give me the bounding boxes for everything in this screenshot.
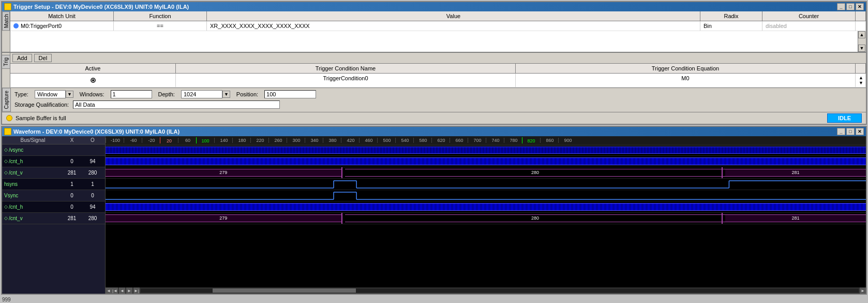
signal-o-hsyns: 1 bbox=[82, 181, 103, 187]
capture-tab[interactable]: Capture bbox=[2, 88, 11, 112]
maximize-button[interactable]: □ bbox=[846, 3, 855, 10]
nav-prev-button[interactable]: ◄ bbox=[119, 287, 125, 294]
scroll-right-button[interactable]: ► bbox=[860, 287, 866, 294]
trig-header-active: Active bbox=[10, 64, 176, 73]
bottom-status-text: 999 bbox=[2, 297, 11, 302]
trig-tab[interactable]: Trig bbox=[2, 55, 10, 69]
list-item[interactable]: hsyns 1 1 bbox=[2, 179, 105, 190]
trigger-body: Match Match Unit Function Value Radix Co… bbox=[2, 11, 866, 52]
match-tab[interactable]: Match bbox=[2, 11, 10, 31]
capture-top-row: Type: Window ▼ Windows: Depth: 1024 ▼ Po… bbox=[14, 90, 862, 98]
cell-radix: Bin bbox=[700, 21, 762, 31]
scroll-left-button[interactable]: ◄ bbox=[106, 287, 112, 294]
cnt-v2-val3: 281 bbox=[792, 215, 800, 221]
type-dropdown-arrow[interactable]: ▼ bbox=[66, 91, 73, 98]
waveform-minimize-button[interactable]: _ bbox=[837, 128, 845, 135]
ruler-tick-100: 100 bbox=[196, 137, 214, 143]
trig-table-row[interactable]: TriggerCondition0 M0 ▲ ▼ bbox=[10, 74, 866, 88]
position-input[interactable] bbox=[264, 90, 316, 98]
windows-label: Windows: bbox=[80, 91, 104, 97]
ruler-tick: -100 bbox=[106, 138, 124, 143]
waveform-scrollbar[interactable]: ◄ |◄ ◄ ► ►| ► bbox=[106, 287, 866, 294]
cnt-v2-transition2 bbox=[722, 213, 723, 224]
trig-header-scroll bbox=[856, 64, 866, 73]
ruler-tick: -60 bbox=[124, 138, 142, 143]
signal-label: hsyns bbox=[4, 181, 18, 187]
match-tab-strip: Match bbox=[2, 11, 10, 52]
trig-cell-name: TriggerCondition0 bbox=[176, 74, 516, 87]
trig-scroll-down[interactable]: ▼ bbox=[859, 80, 862, 85]
waveform-cnt-v-seg2: 280 bbox=[345, 169, 725, 177]
waveform-signals: 279 280 281 bbox=[106, 146, 866, 287]
col-x: X bbox=[62, 137, 82, 143]
waveform-maximize-button[interactable]: □ bbox=[846, 128, 855, 135]
ruler-tick: 900 bbox=[558, 138, 576, 143]
ruler-tick: 660 bbox=[450, 138, 468, 143]
idle-button[interactable]: IDLE bbox=[827, 113, 862, 123]
cnt-v2-val2: 280 bbox=[531, 215, 539, 221]
signal-o-cnt-v2: 280 bbox=[82, 215, 103, 221]
del-button[interactable]: Del bbox=[34, 54, 52, 62]
scrollbar-track[interactable] bbox=[141, 288, 859, 293]
waveform-cnt-v2-seg3: 281 bbox=[725, 214, 866, 222]
trig-scroll-up[interactable]: ▲ bbox=[859, 75, 862, 80]
depth-select[interactable]: 1024 ▼ bbox=[181, 90, 230, 98]
waveform-bus-vsync bbox=[106, 147, 866, 154]
scroll-up-button[interactable]: ▲ bbox=[858, 31, 865, 38]
signal-name-cnt-v2: ◇ /cnt_v bbox=[4, 215, 62, 221]
signal-x-cnt-v: 281 bbox=[62, 170, 82, 176]
position-label: Position: bbox=[236, 91, 258, 97]
cnt-v-transition1 bbox=[341, 167, 342, 178]
nav-end-button[interactable]: ►| bbox=[133, 287, 140, 294]
list-item[interactable]: ◇ /cnt_h 0 94 bbox=[2, 201, 105, 213]
close-button[interactable]: ✕ bbox=[856, 3, 864, 10]
ruler-tick-820: 820 bbox=[522, 137, 540, 143]
bottom-status-bar: 999 bbox=[0, 296, 868, 303]
list-item[interactable]: ◇ /vsync bbox=[2, 145, 105, 156]
signal-x-cnt-h: 0 bbox=[62, 158, 82, 164]
header-radix: Radix bbox=[700, 11, 762, 21]
active-radio[interactable] bbox=[91, 78, 96, 83]
scrollbar-thumb[interactable] bbox=[213, 288, 356, 293]
ruler-tick: 860 bbox=[540, 138, 558, 143]
expand-arrow: ◇ bbox=[4, 204, 8, 209]
table-row[interactable]: M0:TriggerPort0 == XR_XXXX_XXXX_XXXX_XXX… bbox=[10, 21, 866, 31]
nav-start-button[interactable]: |◄ bbox=[112, 287, 118, 294]
table-empty-space: ▲ ▼ bbox=[10, 31, 866, 52]
list-item[interactable]: ◇ /cnt_h 0 94 bbox=[2, 156, 105, 167]
ruler-tick: 60 bbox=[178, 138, 196, 143]
expand-arrow: ◇ bbox=[4, 215, 8, 221]
signal-x-cnt-v2: 281 bbox=[62, 215, 82, 221]
waveform-row-vsync bbox=[106, 146, 866, 156]
header-value: Value bbox=[207, 11, 700, 21]
list-item[interactable]: ◇ /cnt_v 281 280 bbox=[2, 167, 105, 179]
list-item[interactable]: Vsync 0 0 bbox=[2, 190, 105, 201]
add-button[interactable]: Add bbox=[12, 54, 32, 62]
scroll-down-button[interactable]: ▼ bbox=[858, 45, 865, 52]
status-left: Sample Buffer is full bbox=[6, 115, 66, 121]
trig-tab-strip: Trig bbox=[2, 53, 10, 88]
storage-input[interactable] bbox=[73, 100, 280, 109]
waveform-row-vsync2 bbox=[106, 190, 866, 201]
titlebar-left: Trigger Setup - DEV:0 MyDevice0 (XC6SLX9… bbox=[4, 3, 189, 10]
signal-x-cnt-h2: 0 bbox=[62, 204, 82, 210]
list-item[interactable]: ◇ /cnt_v 281 280 bbox=[2, 213, 105, 224]
signal-name-hsyns: hsyns bbox=[4, 181, 62, 187]
waveform-icon bbox=[4, 128, 11, 135]
waveform-bus-cnt-h bbox=[106, 157, 866, 165]
cell-function: == bbox=[114, 21, 207, 31]
minimize-button[interactable]: _ bbox=[837, 3, 845, 10]
col-o: O bbox=[82, 137, 103, 143]
type-select[interactable]: Window ▼ bbox=[35, 90, 73, 98]
windows-input[interactable] bbox=[111, 90, 152, 98]
depth-dropdown-arrow[interactable]: ▼ bbox=[222, 91, 230, 98]
waveform-close-button[interactable]: ✕ bbox=[856, 128, 864, 135]
trig-content: Add Del Active Trigger Condition Name Tr… bbox=[10, 53, 866, 88]
trig-table-header: Active Trigger Condition Name Trigger Co… bbox=[10, 63, 866, 74]
nav-next-button[interactable]: ► bbox=[126, 287, 132, 294]
main-container: Trigger Setup - DEV:0 MyDevice0 (XC6SLX9… bbox=[0, 0, 868, 303]
header-function: Function bbox=[114, 11, 207, 21]
table-scrollbar[interactable]: ▲ ▼ bbox=[858, 31, 866, 52]
signal-name-cnt-v: ◇ /cnt_v bbox=[4, 170, 62, 176]
trig-header-name: Trigger Condition Name bbox=[176, 64, 516, 73]
